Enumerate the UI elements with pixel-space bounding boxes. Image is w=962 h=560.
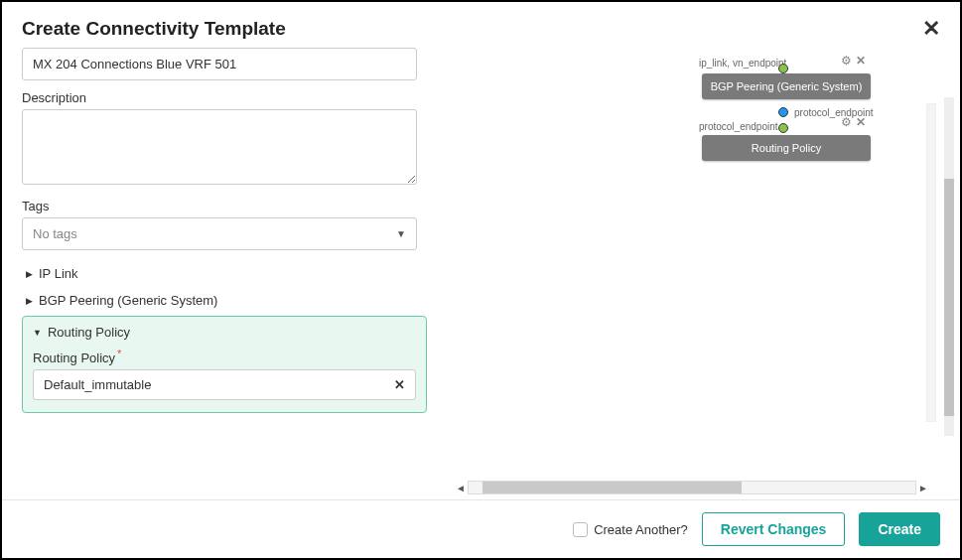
modal-header: Create Connectivity Template ✕: [2, 2, 960, 48]
scroll-left-arrow[interactable]: ◄: [454, 483, 468, 493]
tags-label: Tags: [22, 199, 427, 213]
create-another-checkbox[interactable]: Create Another?: [573, 522, 688, 537]
scrollbar-thumb[interactable]: [482, 482, 742, 493]
node-bgp-actions: ✕: [841, 54, 866, 68]
primitives-accordion: ▶ IP Link ▶ BGP Peering (Generic System)…: [22, 260, 427, 413]
diagram-pane: ip_link, vn_endpoint ✕ BGP Peering (Gene…: [439, 48, 960, 499]
close-icon[interactable]: ✕: [922, 18, 940, 40]
checkbox-icon[interactable]: [573, 522, 588, 537]
node-routing-actions: ✕: [841, 115, 866, 129]
routing-policy-field-label: Routing Policy*: [33, 348, 416, 365]
diagram-vertical-scrollbar[interactable]: [926, 103, 936, 422]
modal-vertical-scrollbar[interactable]: [944, 97, 954, 436]
accordion-bgp-label: BGP Peering (Generic System): [39, 293, 217, 308]
label-protocol-endpoint-left: protocol_endpoint: [699, 121, 778, 132]
scrollbar-track[interactable]: [468, 481, 916, 494]
caret-down-icon: ▼: [33, 328, 42, 338]
diagram-horizontal-scrollbar[interactable]: ◄ ►: [454, 481, 930, 494]
routing-policy-input[interactable]: Default_immutable ✕: [33, 369, 416, 400]
create-another-label: Create Another?: [594, 522, 688, 537]
modal-title: Create Connectivity Template: [22, 18, 286, 40]
tags-placeholder: No tags: [33, 226, 77, 241]
form-pane: Description Tags No tags ▼ ▶ IP Link ▶ B…: [2, 48, 439, 499]
delete-node-icon[interactable]: ✕: [856, 54, 866, 68]
accordion-routing-policy-toggle[interactable]: ▼ Routing Policy: [33, 325, 416, 340]
scrollbar-thumb[interactable]: [944, 179, 954, 416]
gear-icon[interactable]: [841, 115, 852, 129]
endpoint-dot-green[interactable]: [778, 64, 788, 73]
accordion-ip-link[interactable]: ▶ IP Link: [22, 260, 427, 287]
caret-right-icon: ▶: [26, 296, 33, 306]
accordion-ip-link-label: IP Link: [39, 266, 78, 281]
node-routing-policy[interactable]: Routing Policy: [702, 135, 871, 161]
description-label: Description: [22, 90, 427, 105]
accordion-bgp-peering[interactable]: ▶ BGP Peering (Generic System): [22, 287, 427, 314]
tags-select[interactable]: No tags ▼: [22, 217, 417, 250]
endpoint-dot-green-2[interactable]: [778, 123, 788, 133]
accordion-routing-header-label: Routing Policy: [48, 325, 130, 340]
node-bgp-peering[interactable]: BGP Peering (Generic System): [702, 73, 871, 99]
delete-node-icon[interactable]: ✕: [856, 115, 866, 129]
diagram-canvas[interactable]: ip_link, vn_endpoint ✕ BGP Peering (Gene…: [439, 48, 960, 485]
clear-token-icon[interactable]: ✕: [394, 377, 405, 392]
modal-body: Description Tags No tags ▼ ▶ IP Link ▶ B…: [2, 48, 960, 499]
create-connectivity-template-modal: Create Connectivity Template ✕ Descripti…: [2, 2, 960, 558]
chevron-down-icon: ▼: [396, 228, 406, 239]
gear-icon[interactable]: [841, 54, 852, 68]
endpoint-dot-blue[interactable]: [778, 107, 788, 117]
caret-right-icon: ▶: [26, 269, 33, 279]
revert-changes-button[interactable]: Revert Changes: [702, 512, 846, 546]
routing-policy-token: Default_immutable: [44, 377, 151, 392]
scroll-right-arrow[interactable]: ►: [916, 483, 930, 493]
description-textarea[interactable]: [22, 109, 417, 185]
label-ip-link-vn-endpoint: ip_link, vn_endpoint: [699, 58, 786, 69]
create-button[interactable]: Create: [859, 512, 940, 546]
title-input[interactable]: [22, 48, 417, 80]
accordion-routing-policy-panel: ▼ Routing Policy Routing Policy* Default…: [22, 316, 427, 413]
modal-footer: Create Another? Revert Changes Create: [2, 499, 960, 558]
